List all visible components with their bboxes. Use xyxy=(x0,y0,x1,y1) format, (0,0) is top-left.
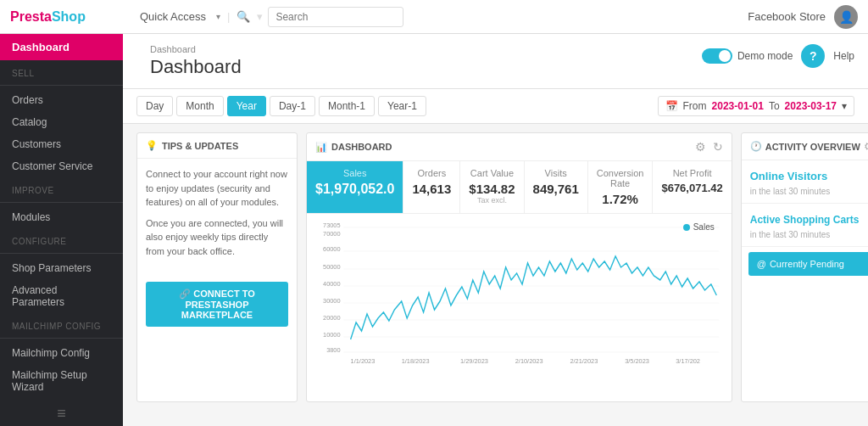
nav-links: Quick Access ▾ | 🔍 ▾ xyxy=(133,7,748,27)
stat-orders-value: 14,613 xyxy=(412,182,451,196)
online-visitors-row: Online Visitors 32 xyxy=(750,167,868,185)
stat-sales[interactable]: Sales $1,970,052.0 xyxy=(307,161,403,213)
online-visitors-sub: in the last 30 minutes xyxy=(750,187,868,196)
svg-text:3800: 3800 xyxy=(326,346,340,354)
filter-year-1-button[interactable]: Year-1 xyxy=(378,96,426,116)
sidebar-item-mailchimp-config[interactable]: Mailchimp Config xyxy=(0,342,123,364)
date-to: 2023-03-17 xyxy=(785,100,837,112)
date-from-label: From xyxy=(683,100,707,112)
filter-day-1-button[interactable]: Day-1 xyxy=(270,96,315,116)
dashboard-widget: 📊 DASHBOARD ⚙ ↻ Sales $1,970,052.0 Order… xyxy=(306,132,732,402)
activity-gear-icon[interactable]: ⚙ xyxy=(864,140,868,153)
svg-text:50000: 50000 xyxy=(323,263,341,271)
activity-header: 🕐 ACTIVITY OVERVIEW ⚙ ↻ xyxy=(742,133,868,160)
stat-cart-value[interactable]: Cart Value $134.82 Tax excl. xyxy=(460,161,524,213)
sidebar-item-orders[interactable]: Orders xyxy=(0,89,123,111)
sidebar-item-modules[interactable]: Modules xyxy=(0,206,123,228)
activity-title-label: ACTIVITY OVERVIEW xyxy=(765,142,860,152)
sidebar-section-sell: SELL xyxy=(0,60,123,81)
sidebar-item-shop-parameters[interactable]: Shop Parameters xyxy=(0,257,123,279)
chart-icon: 📊 xyxy=(315,142,327,153)
demo-mode-toggle[interactable] xyxy=(702,48,732,64)
svg-text:20000: 20000 xyxy=(323,314,341,322)
quick-access-link[interactable]: Quick Access xyxy=(133,7,213,26)
stats-row: Sales $1,970,052.0 Orders 14,613 Cart Va… xyxy=(307,161,732,214)
demo-mode-toggle-area: Demo mode xyxy=(702,48,793,64)
date-chevron-icon: ▾ xyxy=(842,100,847,112)
filter-day-button[interactable]: Day xyxy=(136,96,173,116)
stat-orders[interactable]: Orders 14,613 xyxy=(403,161,460,213)
stat-orders-label: Orders xyxy=(412,168,451,178)
chart-legend: Sales xyxy=(683,222,715,232)
store-name: Facebook Store xyxy=(748,10,826,23)
sidebar-item-catalog[interactable]: Catalog xyxy=(0,111,123,133)
refresh-icon[interactable]: ↻ xyxy=(713,140,723,154)
date-to-label: To xyxy=(769,100,780,112)
content-area: Dashboard Dashboard Demo mode ? Help Day… xyxy=(123,34,868,426)
sidebar-section-improve: IMPROVE xyxy=(0,177,123,199)
sidebar-item-dashboard[interactable]: Dashboard xyxy=(0,34,123,60)
sidebar-item-advanced-parameters[interactable]: Advanced Parameters xyxy=(0,279,123,313)
stat-profit[interactable]: Net Profit $676,071.42 xyxy=(653,161,731,213)
active-carts-item: Active Shopping Carts 3 in the last 30 m… xyxy=(742,204,868,247)
activity-header-label: 🕐 ACTIVITY OVERVIEW xyxy=(750,141,860,152)
help-label: Help xyxy=(833,50,854,62)
page-title: Dashboard xyxy=(136,56,255,85)
help-button[interactable]: ? xyxy=(801,44,825,68)
filter-month-button[interactable]: Month xyxy=(176,96,223,116)
stat-profit-label: Net Profit xyxy=(661,168,722,178)
tips-text-2: Once you are connected, you will also en… xyxy=(146,216,288,259)
search-input[interactable] xyxy=(268,7,403,27)
currently-pending-button[interactable]: @ Currently Pending xyxy=(748,252,868,276)
dashboard-header-actions: ⚙ ↻ xyxy=(695,140,723,154)
date-from: 2023-01-01 xyxy=(712,100,764,112)
calendar-icon: 📅 xyxy=(665,100,678,112)
stat-conversion-value: 1.72% xyxy=(597,192,644,206)
main-layout: Dashboard SELL Orders Catalog Customers … xyxy=(0,34,868,426)
svg-text:70000: 70000 xyxy=(323,230,341,238)
sales-chart: 73005 70000 60000 50000 40000 30000 2000… xyxy=(315,221,723,369)
sidebar-section-mailchimp: MAILCHIMP CONFIG xyxy=(0,313,123,334)
sidebar-item-mailchimp-wizard[interactable]: Mailchimp Setup Wizard xyxy=(0,364,123,398)
stat-visits[interactable]: Visits 849,761 xyxy=(525,161,588,213)
active-carts-sub: in the last 30 minutes xyxy=(750,230,868,239)
clock-icon: 🕐 xyxy=(750,141,762,152)
filter-month-1-button[interactable]: Month-1 xyxy=(319,96,375,116)
demo-mode-label: Demo mode xyxy=(737,50,793,62)
online-visitors-label: Online Visitors xyxy=(750,170,828,182)
stat-cart-label: Cart Value xyxy=(469,168,515,178)
breadcrumb: Dashboard xyxy=(136,39,255,56)
stat-cart-value-num: $134.82 xyxy=(469,182,515,196)
tips-body: Connect to your account right now to enj… xyxy=(137,159,297,273)
sidebar-collapse-icon[interactable]: ≡ xyxy=(0,398,123,426)
avatar[interactable]: 👤 xyxy=(834,5,858,29)
sidebar-section-configure: CONFIGURE xyxy=(0,228,123,249)
sidebar: Dashboard SELL Orders Catalog Customers … xyxy=(0,34,123,426)
sidebar-item-customer-service[interactable]: Customer Service xyxy=(0,155,123,177)
stat-visits-value: 849,761 xyxy=(533,182,579,196)
stat-visits-label: Visits xyxy=(533,168,579,178)
dashboard-header-label: DASHBOARD xyxy=(331,142,392,152)
stat-conversion-label: Conversion Rate xyxy=(597,168,644,188)
date-range-picker[interactable]: 📅 From 2023-01-01 To 2023-03-17 ▾ xyxy=(658,96,854,116)
gear-icon[interactable]: ⚙ xyxy=(695,140,706,154)
stat-sales-label: Sales xyxy=(315,168,394,178)
svg-text:2/21/2023: 2/21/2023 xyxy=(570,357,598,365)
svg-text:1/18/2023: 1/18/2023 xyxy=(402,357,430,365)
widgets-row: 💡 TIPS & UPDATES Connect to your account… xyxy=(123,132,868,411)
svg-text:40000: 40000 xyxy=(323,280,341,288)
stat-conversion[interactable]: Conversion Rate 1.72% xyxy=(588,161,654,213)
dashboard-header-left: 📊 DASHBOARD xyxy=(315,142,392,153)
pending-label: Currently Pending xyxy=(770,259,844,269)
connect-prestashop-button[interactable]: 🔗 CONNECT TO PRESTASHOP MARKETPLACE xyxy=(146,282,288,327)
svg-text:3/17/202: 3/17/202 xyxy=(676,357,700,365)
top-right-area: Facebook Store 👤 xyxy=(748,5,858,29)
svg-text:1/1/2023: 1/1/2023 xyxy=(351,357,376,365)
quick-access-chevron-icon: ▾ xyxy=(216,12,220,21)
online-visitors-item: Online Visitors 32 in the last 30 minute… xyxy=(742,160,868,204)
svg-text:30000: 30000 xyxy=(323,297,341,305)
filter-year-button[interactable]: Year xyxy=(227,96,266,116)
stat-sales-value: $1,970,052.0 xyxy=(315,182,394,197)
sidebar-item-customers[interactable]: Customers xyxy=(0,133,123,155)
svg-text:3/5/2023: 3/5/2023 xyxy=(625,357,649,365)
